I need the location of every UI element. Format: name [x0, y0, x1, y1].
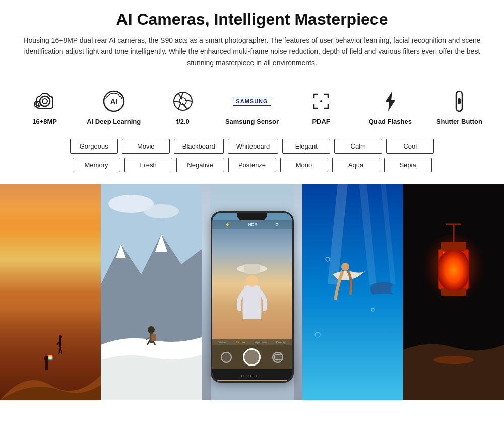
- svg-point-37: [341, 263, 349, 271]
- filter-mono[interactable]: Mono: [280, 158, 328, 172]
- photo-underwater: [302, 184, 403, 400]
- svg-text:AI: AI: [110, 97, 117, 105]
- phone-screen: ⚡ HDR ⚙: [212, 213, 292, 381]
- filter-negative[interactable]: Negative: [176, 158, 224, 172]
- filter-aqua[interactable]: Aqua: [332, 158, 380, 172]
- photo-lantern: [403, 184, 504, 400]
- feature-label-camera: 16+8MP: [32, 118, 57, 126]
- filter-memory[interactable]: Memory: [73, 158, 120, 172]
- photo-desert: [0, 184, 101, 400]
- feature-ai: AI AI Deep Learning: [84, 89, 144, 126]
- svg-point-26: [148, 326, 155, 333]
- svg-rect-33: [244, 264, 260, 274]
- photos-row: ⚡ HDR ⚙: [0, 184, 504, 400]
- filter-whiteboard[interactable]: Whiteboard: [228, 139, 278, 154]
- svg-rect-46: [443, 252, 452, 287]
- aperture-icon: [171, 89, 195, 114]
- pdaf-icon: [309, 89, 333, 114]
- top-section: AI Cameras, Intelligent Masterpiece Hous…: [0, 0, 504, 84]
- page-title: AI Cameras, Intelligent Masterpiece: [15, 10, 489, 29]
- filter-blackboard[interactable]: Blackboard: [174, 139, 224, 154]
- filter-calm[interactable]: Calm: [334, 139, 382, 154]
- svg-rect-31: [151, 334, 156, 341]
- filter-posterize[interactable]: Posterize: [228, 158, 276, 172]
- feature-label-aperture: f/2.0: [176, 118, 190, 126]
- filter-movie[interactable]: Movie: [122, 139, 170, 154]
- flash-icon: [378, 89, 402, 114]
- feature-samsung: SAMSUNG Samsung Sensor: [222, 89, 282, 126]
- svg-point-0: [40, 96, 50, 106]
- svg-rect-45: [441, 288, 466, 296]
- photo-phone: ⚡ HDR ⚙: [202, 184, 302, 400]
- page-description: Housing 16+8MP dual rear AI cameras, the…: [20, 35, 484, 68]
- feature-camera: 16+8MP: [15, 89, 75, 126]
- filters-section: Gorgeous Movie Blackboard Whiteboard Ele…: [0, 136, 504, 184]
- svg-rect-47: [454, 252, 463, 287]
- phone-mockup: ⚡ HDR ⚙: [211, 211, 294, 383]
- svg-point-48: [433, 356, 474, 364]
- page-container: AI Cameras, Intelligent Masterpiece Hous…: [0, 0, 504, 400]
- feature-label-samsung: Samsung Sensor: [225, 118, 279, 126]
- feature-label-flash: Quad Flashes: [369, 118, 412, 126]
- filter-cool[interactable]: Cool: [386, 139, 434, 154]
- samsung-logo-text: SAMSUNG: [233, 97, 271, 106]
- ai-icon: AI: [102, 89, 126, 114]
- phone-notch: [237, 213, 267, 220]
- svg-line-22: [60, 347, 62, 354]
- feature-aperture: f/2.0: [153, 89, 213, 126]
- feature-label-shutter: Shutter Button: [436, 118, 482, 126]
- photo-mountain: [101, 184, 202, 400]
- features-row: 16+8MP AI AI Deep Learning: [0, 84, 504, 131]
- svg-rect-17: [458, 98, 461, 104]
- svg-rect-19: [59, 338, 61, 347]
- svg-point-25: [144, 204, 179, 218]
- filter-sepia[interactable]: Sepia: [384, 158, 432, 172]
- svg-rect-44: [441, 242, 466, 251]
- feature-pdaf: PDAF: [291, 89, 351, 126]
- feature-label-ai: AI Deep Learning: [87, 118, 141, 126]
- svg-point-1: [42, 99, 47, 104]
- filter-fresh[interactable]: Fresh: [124, 158, 172, 172]
- cloud-overlay: [0, 184, 101, 234]
- shutter-icon: [447, 89, 471, 114]
- camera-icon: [33, 89, 57, 114]
- feature-flash: Quad Flashes: [360, 89, 420, 126]
- svg-point-18: [59, 335, 62, 338]
- filters-row-1: Gorgeous Movie Blackboard Whiteboard Ele…: [10, 139, 494, 154]
- svg-rect-43: [438, 249, 469, 289]
- filter-elegant[interactable]: Elegant: [282, 139, 330, 154]
- svg-point-15: [320, 100, 322, 102]
- feature-label-pdaf: PDAF: [312, 118, 330, 126]
- feature-shutter: Shutter Button: [429, 89, 489, 126]
- filter-gorgeous[interactable]: Gorgeous: [70, 139, 118, 154]
- samsung-icon: SAMSUNG: [233, 89, 271, 114]
- svg-point-2: [51, 96, 53, 98]
- filters-row-2: Memory Fresh Negative Posterize Mono Aqu…: [10, 158, 494, 172]
